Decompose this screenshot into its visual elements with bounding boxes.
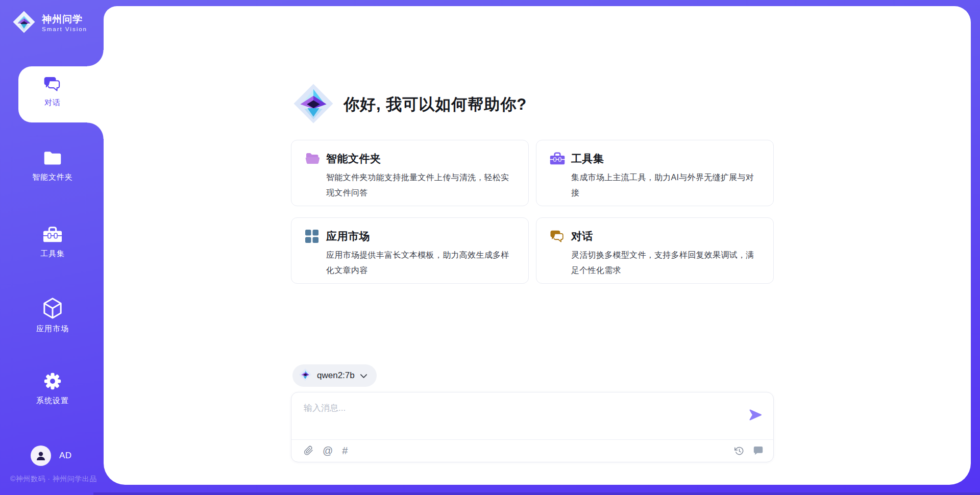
model-selector[interactable]: qwen2:7b bbox=[292, 364, 377, 387]
sidebar-item-label: 工具集 bbox=[10, 249, 95, 259]
sidebar-item-label: 对话 bbox=[10, 98, 95, 108]
grid-icon bbox=[305, 229, 320, 244]
assistant-diamond-icon bbox=[292, 83, 334, 127]
brand-subtitle: Smart Vision bbox=[42, 26, 87, 33]
toolbox-icon bbox=[550, 152, 565, 167]
model-logo-icon bbox=[299, 368, 312, 383]
user-avatar-icon bbox=[31, 445, 51, 466]
card-description: 智能文件夹功能支持批量文件上传与清洗，轻松实现文件问答 bbox=[326, 170, 516, 201]
card-description: 集成市场上主流工具，助力AI与外界无缝扩展与对接 bbox=[571, 170, 761, 201]
greeting-text: 你好, 我可以如何帮助你? bbox=[344, 94, 527, 115]
greeting-block: 你好, 我可以如何帮助你? bbox=[292, 83, 527, 127]
chat-bubbles-icon bbox=[550, 229, 565, 244]
chat-bubbles-icon bbox=[43, 75, 62, 95]
hashtag-icon[interactable]: # bbox=[342, 445, 348, 456]
card-smart-folder[interactable]: 智能文件夹 智能文件夹功能支持批量文件上传与清洗，轻松实现文件问答 bbox=[291, 140, 529, 206]
sidebar-item-label: 系统设置 bbox=[10, 396, 95, 406]
history-icon[interactable] bbox=[734, 446, 744, 456]
brand-diamond-icon bbox=[12, 10, 36, 36]
sidebar-item-label: 应用市场 bbox=[10, 324, 95, 334]
sidebar-item-label: 智能文件夹 bbox=[10, 172, 95, 182]
card-description: 灵活切换多模型文件，支持多样回复效果调试，满足个性化需求 bbox=[571, 247, 761, 278]
sidebar-item-tools[interactable]: 工具集 bbox=[10, 226, 95, 259]
copyright-text: ©神州数码 · 神州问学出品 bbox=[10, 475, 97, 484]
tab-fillet-top bbox=[87, 50, 104, 66]
sidebar-item-settings[interactable]: 系统设置 bbox=[10, 372, 95, 406]
message-input[interactable] bbox=[291, 392, 730, 436]
attachment-icon[interactable] bbox=[304, 445, 313, 456]
model-name: qwen2:7b bbox=[317, 370, 355, 381]
bottom-edge-bar bbox=[93, 492, 980, 495]
mention-icon[interactable]: @ bbox=[323, 445, 333, 456]
tab-fillet-bottom bbox=[87, 122, 104, 139]
composer-toolbar: @ # bbox=[304, 439, 763, 462]
card-description: 应用市场提供丰富长文本模板，助力高效生成多样化文章内容 bbox=[326, 247, 516, 278]
card-title: 智能文件夹 bbox=[326, 152, 381, 166]
card-chat[interactable]: 对话 灵活切换多模型文件，支持多样回复效果调试，满足个性化需求 bbox=[536, 217, 774, 284]
brand-name: 神州问学 bbox=[42, 13, 87, 26]
toolbox-icon bbox=[43, 226, 62, 246]
cube-icon bbox=[43, 298, 62, 318]
sidebar-item-apps[interactable]: 应用市场 bbox=[10, 298, 95, 334]
message-composer: @ # bbox=[291, 392, 774, 462]
sidebar-item-chat[interactable]: 对话 bbox=[10, 75, 95, 108]
card-title: 应用市场 bbox=[326, 229, 370, 243]
sidebar-item-folders[interactable]: 智能文件夹 bbox=[10, 149, 95, 182]
chevron-down-icon bbox=[360, 374, 368, 379]
brand-logo: 神州问学 Smart Vision bbox=[12, 10, 87, 36]
card-title: 对话 bbox=[571, 229, 593, 243]
user-profile[interactable]: AD bbox=[31, 445, 72, 466]
comment-icon[interactable] bbox=[753, 446, 763, 455]
card-toolset[interactable]: 工具集 集成市场上主流工具，助力AI与外界无缝扩展与对接 bbox=[536, 140, 774, 206]
folder-icon bbox=[43, 149, 62, 169]
folder-open-icon bbox=[305, 152, 320, 167]
main-panel: 你好, 我可以如何帮助你? 智能文件夹 智能文件夹功能支持批量文件上传与清洗，轻… bbox=[104, 6, 971, 485]
card-title: 工具集 bbox=[571, 152, 604, 166]
card-app-market[interactable]: 应用市场 应用市场提供丰富长文本模板，助力高效生成多样化文章内容 bbox=[291, 217, 529, 284]
user-name: AD bbox=[59, 451, 72, 461]
feature-cards: 智能文件夹 智能文件夹功能支持批量文件上传与清洗，轻松实现文件问答 工具集 集成… bbox=[291, 140, 774, 284]
gear-icon bbox=[43, 372, 62, 392]
send-icon[interactable] bbox=[749, 409, 762, 422]
